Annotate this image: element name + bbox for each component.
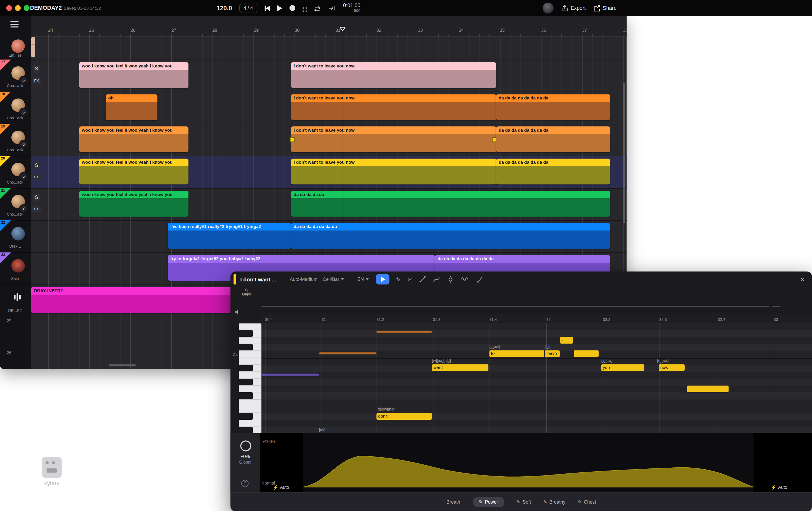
phoneme-label[interactable]: [d][ow][n][t]	[376, 407, 396, 411]
style-breathy-button[interactable]: ✎Breathy	[544, 500, 566, 505]
window-close-button[interactable]	[6, 5, 12, 11]
clip[interactable]: woo i know you feel it woo yeah i know y…	[79, 159, 188, 185]
parameter-knob[interactable]	[240, 440, 251, 451]
pencil-tool-button[interactable]: ✎	[396, 276, 401, 283]
clip-resize-handle[interactable]	[290, 137, 295, 142]
phoneme-label[interactable]: [w][aa][n][t]	[432, 358, 451, 363]
avatar[interactable]	[11, 227, 25, 240]
overview-scrollbar[interactable]	[261, 306, 769, 307]
reference-note[interactable]	[319, 352, 376, 354]
tempo-value[interactable]: 120.0	[216, 4, 232, 11]
style-power-button[interactable]: ✎Power	[473, 497, 504, 507]
vertical-scrollbar[interactable]	[623, 83, 625, 223]
window-minimize-button[interactable]	[15, 5, 21, 11]
clip[interactable]: woo i know you feel it woo yeah i know y…	[79, 127, 188, 152]
clip[interactable]: i've been really#1 really#2 trying#1 try…	[168, 223, 291, 249]
solo-button[interactable]: S	[32, 65, 40, 73]
piano-keyboard[interactable]	[239, 323, 261, 433]
auto-button[interactable]: ⚡Auto	[771, 485, 787, 490]
line-tool-button[interactable]	[419, 276, 426, 283]
clip-header: I don't want to leave you now	[291, 159, 496, 166]
phoneme-label[interactable]: [t][uw]	[489, 344, 499, 349]
note[interactable]: -	[574, 350, 599, 357]
note[interactable]: to	[489, 350, 544, 357]
reference-note[interactable]	[376, 331, 432, 333]
scissors-tool-button[interactable]: ✂	[408, 276, 412, 283]
editor-ruler[interactable]: 30.4 31 31.2 31.3 31.4 32 32.2 32.3 32.4	[261, 314, 812, 324]
clip-body	[291, 166, 496, 185]
clip[interactable]: da da da da da da da da	[496, 95, 610, 120]
play-icon[interactable]	[277, 5, 282, 11]
note[interactable]: now	[659, 364, 685, 371]
clip[interactable]: I don't want to leave you now	[291, 62, 496, 88]
dynamics-curve[interactable]	[303, 433, 754, 492]
metronome-grid-icon[interactable]	[302, 7, 304, 9]
phoneme-label[interactable]: [y][uw]	[601, 358, 612, 363]
solo-button[interactable]: S	[32, 162, 40, 169]
pen-tool-button[interactable]	[447, 276, 454, 283]
avatar[interactable]	[11, 39, 25, 53]
user-avatar[interactable]	[543, 3, 553, 14]
clip[interactable]: da da da da da da da da	[496, 127, 610, 152]
record-icon[interactable]	[289, 5, 295, 11]
avatar[interactable]	[11, 259, 25, 273]
clip[interactable]: da da da da da	[291, 191, 610, 217]
clip[interactable]	[31, 37, 35, 57]
autoplay-icon[interactable]	[328, 4, 336, 11]
fx-button[interactable]: FX	[32, 206, 41, 212]
clip[interactable]: I don't want to leave you now	[291, 127, 496, 152]
note[interactable]: you	[601, 364, 644, 371]
pitch-mode-select[interactable]: Auto-Medium	[290, 277, 317, 282]
vibrato-tool-button[interactable]	[461, 276, 469, 283]
style-breath-button[interactable]: Breath	[446, 500, 460, 505]
clip[interactable]: I don't want to leave you now	[291, 95, 496, 120]
clip[interactable]: da da da da da da da da	[496, 159, 610, 185]
clip-header: da da da da da da da da	[496, 95, 610, 102]
phoneme-label[interactable]: [ay]	[319, 427, 325, 432]
clip[interactable]: da da da da da da da	[291, 223, 610, 249]
clip[interactable]: oh	[106, 95, 157, 120]
style-chest-button[interactable]: ✎Chest	[578, 500, 596, 505]
phoneme-label[interactable]: [l][i...	[545, 344, 553, 349]
loop-icon[interactable]	[313, 4, 321, 11]
note[interactable]: don't	[376, 413, 432, 420]
speaker-icon[interactable]	[235, 309, 241, 315]
note[interactable]: want	[432, 364, 489, 371]
note-grid[interactable]	[261, 323, 812, 433]
playhead[interactable]	[343, 36, 343, 223]
phoneme-label[interactable]: [n][aw]	[657, 358, 668, 363]
grid-mode-select[interactable]: Cell/Bar	[323, 277, 344, 282]
timeline-ruler[interactable]: 24 25 26 27 28 29 30 31 32 33 34 35	[31, 16, 627, 37]
brush-tool-button[interactable]	[476, 276, 483, 283]
track-lane[interactable]	[31, 36, 627, 59]
auto-icon: ⚡	[771, 485, 777, 490]
clip[interactable]: I don't want to leave you now	[291, 159, 496, 185]
style-soft-button[interactable]: ✎Soft	[517, 500, 531, 505]
note[interactable]: leave	[545, 350, 560, 357]
horizontal-scrollbar[interactable]	[109, 364, 136, 366]
overview-scrollbar-segment[interactable]	[772, 306, 780, 307]
time-signature[interactable]: 4 / 4	[239, 4, 257, 12]
editor-play-button[interactable]	[376, 274, 389, 284]
instrument-meter-icon[interactable]	[14, 293, 21, 301]
key-signature[interactable]: C Major	[237, 288, 256, 296]
fx-button[interactable]: FX	[32, 173, 41, 180]
close-icon[interactable]: ✕	[800, 276, 805, 283]
share-button[interactable]: Share	[593, 4, 617, 11]
skip-to-start-icon[interactable]	[264, 5, 270, 11]
help-icon[interactable]: ?	[241, 480, 249, 487]
auto-button[interactable]: ⚡Auto	[273, 485, 289, 490]
reference-note[interactable]	[261, 374, 319, 376]
note[interactable]: -	[687, 386, 729, 392]
language-select[interactable]: EN	[357, 277, 369, 282]
clip[interactable]: woo i know you feel it woo yeah i know y…	[79, 191, 188, 217]
window-zoom-button[interactable]	[24, 5, 30, 11]
clip[interactable]: woo i know you feel it woo yeah i know y…	[79, 62, 188, 88]
menu-icon[interactable]	[10, 21, 19, 27]
export-button[interactable]: Export	[561, 4, 586, 11]
playhead-marker-icon[interactable]	[339, 26, 346, 32]
fx-button[interactable]: FX	[32, 77, 41, 84]
curve-tool-button[interactable]	[433, 276, 440, 283]
solo-button[interactable]: S	[32, 194, 40, 201]
note[interactable]: -	[560, 337, 573, 343]
